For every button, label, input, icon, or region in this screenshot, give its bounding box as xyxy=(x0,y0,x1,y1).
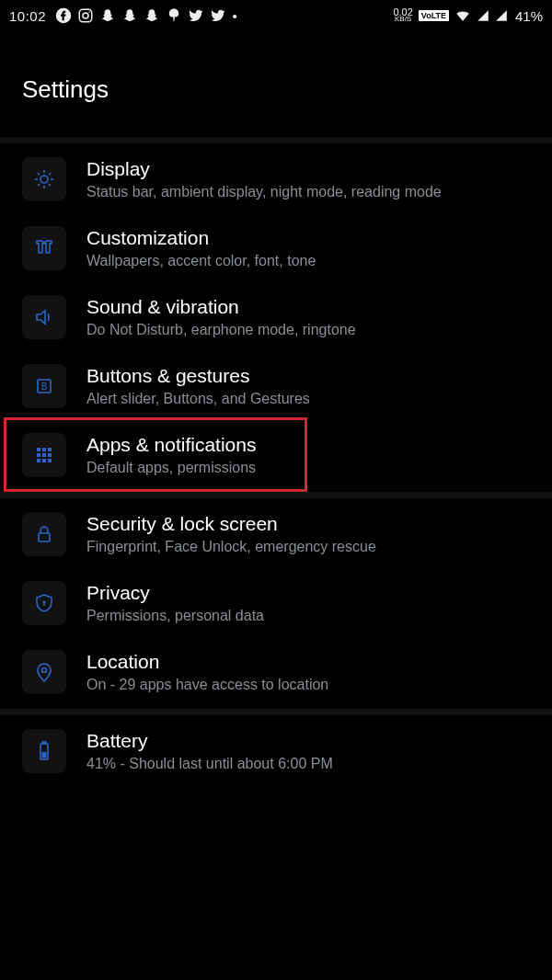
instagram-icon xyxy=(77,7,94,24)
svg-rect-17 xyxy=(48,448,52,451)
settings-item-display[interactable]: DisplayStatus bar, ambient display, nigh… xyxy=(0,145,552,214)
svg-rect-19 xyxy=(42,453,46,457)
location-icon xyxy=(22,650,66,694)
settings-section: Security & lock screenFingerprint, Face … xyxy=(0,498,552,709)
svg-line-11 xyxy=(38,184,40,186)
settings-list: DisplayStatus bar, ambient display, nigh… xyxy=(0,137,552,788)
item-title: Apps & notifications xyxy=(86,433,543,456)
item-text: DisplayStatus bar, ambient display, nigh… xyxy=(86,157,543,202)
svg-rect-20 xyxy=(48,453,52,457)
svg-rect-18 xyxy=(37,453,40,457)
item-title: Display xyxy=(86,157,543,180)
item-text: Apps & notificationsDefault apps, permis… xyxy=(86,433,543,478)
settings-item-sound[interactable]: Sound & vibrationDo Not Disturb, earphon… xyxy=(0,283,552,352)
status-bar: 10:02 • 0.02 KB/S VoLTE 41% xyxy=(0,0,552,28)
data-speed: 0.02 KB/S xyxy=(393,8,412,23)
customization-icon xyxy=(22,226,66,270)
settings-section: DisplayStatus bar, ambient display, nigh… xyxy=(0,143,552,492)
swiggy-icon xyxy=(166,7,182,24)
item-text: PrivacyPermissions, personal data xyxy=(86,581,543,626)
settings-item-customization[interactable]: CustomizationWallpapers, accent color, f… xyxy=(0,214,552,283)
display-icon xyxy=(22,157,66,201)
item-subtitle: Permissions, personal data xyxy=(86,607,543,626)
svg-rect-29 xyxy=(42,742,46,744)
svg-rect-22 xyxy=(42,459,46,462)
item-subtitle: Status bar, ambient display, night mode,… xyxy=(86,183,543,202)
buttons-icon: B xyxy=(22,364,66,408)
svg-rect-16 xyxy=(42,448,46,451)
item-title: Buttons & gestures xyxy=(86,364,543,387)
svg-point-4 xyxy=(40,176,48,183)
twitter-icon xyxy=(210,7,226,24)
svg-rect-15 xyxy=(37,448,40,451)
signal-icon xyxy=(495,7,508,24)
svg-line-10 xyxy=(49,184,51,186)
section-divider xyxy=(0,492,552,498)
twitter-icon xyxy=(188,7,204,24)
item-title: Battery xyxy=(86,729,543,752)
item-text: Buttons & gesturesAlert slider, Buttons,… xyxy=(86,364,543,409)
svg-text:B: B xyxy=(41,382,48,392)
svg-rect-24 xyxy=(39,533,50,541)
security-icon xyxy=(22,512,66,556)
svg-line-9 xyxy=(38,173,40,175)
more-icon: • xyxy=(232,7,237,24)
item-title: Privacy xyxy=(86,581,543,604)
status-clock: 10:02 xyxy=(9,8,46,24)
volte-badge: VoLTE xyxy=(419,10,449,21)
signal-icon xyxy=(477,7,489,24)
apps-icon xyxy=(22,433,66,477)
svg-line-12 xyxy=(49,173,51,175)
item-subtitle: Default apps, permissions xyxy=(86,459,543,478)
item-subtitle: On - 29 apps have access to location xyxy=(86,676,543,695)
settings-item-buttons[interactable]: BButtons & gesturesAlert slider, Buttons… xyxy=(0,352,552,421)
item-text: Battery41% - Should last until about 6:0… xyxy=(86,729,543,774)
section-divider xyxy=(0,137,552,143)
settings-item-battery[interactable]: Battery41% - Should last until about 6:0… xyxy=(0,717,552,786)
svg-rect-30 xyxy=(42,752,47,758)
item-title: Location xyxy=(86,650,543,673)
svg-point-27 xyxy=(42,668,47,673)
svg-point-2 xyxy=(83,13,88,18)
snapchat-icon xyxy=(99,7,116,24)
status-right: 0.02 KB/S VoLTE 41% xyxy=(393,7,543,24)
item-title: Customization xyxy=(86,226,543,249)
item-subtitle: Do Not Disturb, earphone mode, ringtone xyxy=(86,321,543,340)
svg-rect-23 xyxy=(48,459,52,462)
svg-point-25 xyxy=(43,601,46,604)
privacy-icon xyxy=(22,581,66,625)
item-subtitle: Fingerprint, Face Unlock, emergency resc… xyxy=(86,538,543,557)
facebook-icon xyxy=(55,7,72,24)
item-text: Sound & vibrationDo Not Disturb, earphon… xyxy=(86,295,543,340)
section-divider xyxy=(0,709,552,715)
snapchat-icon xyxy=(121,7,138,24)
item-text: LocationOn - 29 apps have access to loca… xyxy=(86,650,543,695)
status-left: 10:02 • xyxy=(9,7,237,24)
settings-item-location[interactable]: LocationOn - 29 apps have access to loca… xyxy=(0,638,552,707)
item-text: CustomizationWallpapers, accent color, f… xyxy=(86,226,543,271)
settings-item-security[interactable]: Security & lock screenFingerprint, Face … xyxy=(0,500,552,569)
svg-point-3 xyxy=(88,11,90,13)
sound-icon xyxy=(22,295,66,339)
item-subtitle: Alert slider, Buttons, and Gestures xyxy=(86,390,543,409)
item-text: Security & lock screenFingerprint, Face … xyxy=(86,512,543,557)
svg-rect-21 xyxy=(37,459,40,462)
settings-section: Battery41% - Should last until about 6:0… xyxy=(0,715,552,788)
svg-rect-1 xyxy=(79,9,92,22)
snapchat-icon xyxy=(144,7,160,24)
item-title: Security & lock screen xyxy=(86,512,543,535)
battery-icon xyxy=(22,729,66,773)
item-title: Sound & vibration xyxy=(86,295,543,318)
item-subtitle: 41% - Should last until about 6:00 PM xyxy=(86,755,543,774)
battery-percent: 41% xyxy=(515,8,543,24)
item-subtitle: Wallpapers, accent color, font, tone xyxy=(86,252,543,271)
settings-item-privacy[interactable]: PrivacyPermissions, personal data xyxy=(0,569,552,638)
wifi-icon xyxy=(454,7,471,24)
settings-item-apps[interactable]: Apps & notificationsDefault apps, permis… xyxy=(0,421,552,490)
page-title: Settings xyxy=(0,28,552,137)
